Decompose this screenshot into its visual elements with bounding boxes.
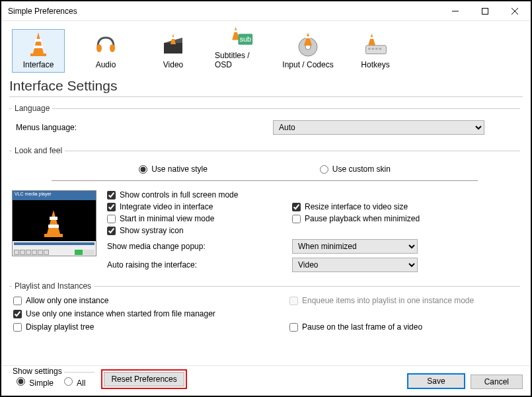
svg-rect-25 <box>368 48 371 50</box>
one-instance-fm-checkbox[interactable]: Use only one instance when started from … <box>13 309 501 318</box>
svg-rect-23 <box>369 37 374 39</box>
pause-last-frame-checkbox[interactable]: Pause on the last frame of a video <box>289 322 501 332</box>
simple-radio[interactable]: Simple <box>13 379 54 388</box>
svg-rect-32 <box>44 234 63 237</box>
language-legend: Language <box>12 104 52 113</box>
svg-point-8 <box>96 44 102 52</box>
category-tabs: Interface Audio Video sub Subtitles / OS… <box>9 26 523 77</box>
tab-label: Audio <box>96 60 116 69</box>
svg-marker-4 <box>33 32 44 54</box>
tab-label: Input / Codecs <box>282 60 333 69</box>
headphones-icon <box>93 31 119 57</box>
svg-rect-5 <box>35 39 42 42</box>
show-settings-group: Show settings Simple All <box>9 372 95 389</box>
pause-minimized-checkbox[interactable]: Pause playback when minimized <box>292 214 477 223</box>
svg-marker-29 <box>47 210 60 234</box>
svg-rect-26 <box>372 48 375 50</box>
page-title: Interface Settings <box>9 78 523 94</box>
tab-label: Interface <box>23 60 54 69</box>
svg-rect-30 <box>50 217 57 220</box>
svg-text:sub: sub <box>239 35 251 43</box>
titlebar: Simple Preferences <box>1 1 531 21</box>
auto-raise-label: Auto raising the interface: <box>107 260 292 270</box>
playlist-legend: Playlist and Instances <box>12 281 94 291</box>
auto-raise-select[interactable]: Video <box>292 258 418 272</box>
svg-rect-13 <box>171 37 175 39</box>
tab-label: Video <box>163 60 183 69</box>
svg-rect-7 <box>30 54 46 56</box>
cone-icon <box>25 31 52 57</box>
tab-label: Hotkeys <box>361 60 389 69</box>
fullscreen-controls-checkbox[interactable]: Show controls in full screen mode <box>107 190 292 199</box>
integrate-video-checkbox[interactable]: Integrate video in interface <box>107 202 292 211</box>
minimize-button[interactable] <box>440 2 470 20</box>
svg-rect-21 <box>305 36 311 38</box>
clapperboard-icon <box>160 31 186 57</box>
custom-skin-radio[interactable]: Use custom skin <box>320 164 391 174</box>
skin-preview: VLC media player <box>12 190 96 256</box>
subtitle-icon: sub <box>227 24 254 48</box>
save-button[interactable]: Save <box>407 373 465 389</box>
tab-interface[interactable]: Interface <box>12 29 65 73</box>
svg-rect-27 <box>375 48 378 50</box>
reset-highlight: Reset Preferences <box>101 369 186 389</box>
media-popup-label: Show media change popup: <box>107 242 292 251</box>
svg-line-2 <box>512 8 518 15</box>
close-button[interactable] <box>500 2 529 20</box>
systray-icon-checkbox[interactable]: Show systray icon <box>107 226 292 235</box>
media-popup-select[interactable]: When minimized <box>292 239 418 254</box>
tab-input-codecs[interactable]: Input / Codecs <box>282 29 334 73</box>
reset-preferences-button[interactable]: Reset Preferences <box>104 372 184 386</box>
one-instance-checkbox[interactable]: Allow only one instance <box>13 296 289 305</box>
svg-rect-1 <box>482 8 488 14</box>
resize-interface-checkbox[interactable]: Resize interface to video size <box>292 202 477 211</box>
keyboard-icon <box>362 31 389 57</box>
tab-label: Subtitles / OSD <box>215 51 266 69</box>
menus-language-select[interactable]: Auto <box>273 120 484 135</box>
language-group: Language Menus language: Auto <box>9 104 520 139</box>
menus-language-label: Menus language: <box>12 123 273 132</box>
look-legend: Look and feel <box>12 146 65 155</box>
native-style-radio[interactable]: Use native style <box>139 164 208 174</box>
tab-video[interactable]: Video <box>147 29 200 73</box>
svg-point-9 <box>110 44 115 52</box>
display-tree-checkbox[interactable]: Display playlist tree <box>13 322 289 332</box>
bottom-bar: Show settings Simple All Reset Preferenc… <box>3 365 529 394</box>
svg-rect-15 <box>233 30 238 32</box>
svg-rect-31 <box>48 225 59 228</box>
look-and-feel-group: Look and feel Use native style Use custo… <box>9 146 520 275</box>
cancel-button[interactable]: Cancel <box>471 375 523 389</box>
settings-scroll[interactable]: Language Menus language: Auto Look and f… <box>9 100 523 353</box>
window-title: Simple Preferences <box>8 7 440 16</box>
enqueue-checkbox: Enqueue items into playlist in one insta… <box>289 296 501 305</box>
svg-rect-24 <box>365 46 386 54</box>
svg-rect-28 <box>379 48 381 50</box>
tab-hotkeys[interactable]: Hotkeys <box>349 29 402 73</box>
svg-rect-6 <box>34 46 43 48</box>
maximize-button[interactable] <box>470 2 500 20</box>
playlist-group: Playlist and Instances Allow only one in… <box>9 281 520 334</box>
svg-marker-22 <box>368 34 375 46</box>
tab-subtitles[interactable]: sub Subtitles / OSD <box>214 29 267 73</box>
svg-rect-10 <box>164 43 182 54</box>
minimal-view-checkbox[interactable]: Start in minimal view mode <box>107 214 292 223</box>
svg-line-3 <box>512 8 518 15</box>
disc-icon <box>295 31 321 57</box>
all-radio[interactable]: All <box>61 379 85 388</box>
tab-audio[interactable]: Audio <box>79 29 132 73</box>
